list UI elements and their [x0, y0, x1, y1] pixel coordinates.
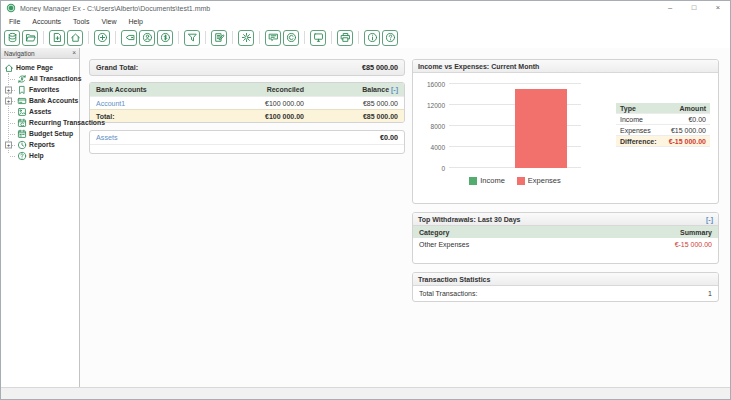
top-withdrawals-panel: Top Withdrawals: Last 30 Days [-] Catego… [412, 212, 719, 264]
top-withdrawals-padding [413, 250, 718, 263]
sidebar-item-help[interactable]: Help [3, 150, 79, 161]
col-balance: Balance [-] [304, 86, 398, 93]
categories-icon[interactable] [121, 30, 137, 46]
about-icon[interactable] [364, 30, 380, 46]
filter-icon[interactable] [184, 30, 200, 46]
collapse-link[interactable]: [-] [706, 216, 713, 223]
legend-item-expenses: Expenses [517, 176, 561, 185]
new-transaction-icon[interactable] [94, 30, 110, 46]
title-bar: Money Manager Ex - C:\Users\Alberto\Docu… [1, 1, 730, 15]
toolbar-separator [115, 31, 116, 44]
transaction-statistics-header: Transaction Statistics [413, 273, 718, 286]
all-transactions-icon [16, 73, 27, 84]
grand-total-value: €85 000.00 [362, 63, 398, 72]
payees-icon[interactable] [139, 30, 155, 46]
transaction-statistics-panel: Transaction Statistics Total Transaction… [412, 272, 719, 302]
minimize-button[interactable]: – [658, 1, 682, 15]
new-database-icon[interactable] [4, 30, 20, 46]
col-bank-accounts: Bank Accounts [96, 86, 154, 93]
account-balance: €85 000.00 [304, 100, 398, 107]
news-icon[interactable] [265, 30, 281, 46]
window-body: Navigation × Home PageAll Transactions+F… [1, 48, 730, 387]
sidebar-item-recurring-transactions[interactable]: Recurring Transactions [3, 117, 79, 128]
y-tick-label: 0 [419, 165, 445, 172]
income-amount: €0.00 [688, 116, 706, 123]
income-label: Income [620, 116, 688, 123]
reports-icon[interactable] [310, 30, 326, 46]
bar-expenses [515, 89, 567, 168]
status-bar [1, 387, 730, 399]
chart-zone: 0400080001200016000 IncomeExpenses [419, 84, 581, 203]
transaction-statistics-title: Transaction Statistics [418, 276, 490, 283]
budget-setup-icon [16, 128, 27, 139]
currency-rates-icon[interactable] [283, 30, 299, 46]
assets-row: Assets €0.00 [90, 131, 404, 145]
expenses-row: Expenses €15 000.00 [616, 125, 710, 136]
new-file-icon[interactable] [49, 30, 65, 46]
toolbar-separator [43, 31, 44, 44]
nav-home-icon [3, 62, 14, 73]
y-tick-label: 16000 [419, 81, 445, 88]
menu-file[interactable]: File [3, 18, 26, 25]
menu-help[interactable]: Help [122, 18, 148, 25]
app-window: Money Manager Ex - C:\Users\Alberto\Docu… [0, 0, 731, 400]
bank-account-row: Account1 €100 000.00 €85 000.00 [90, 96, 404, 109]
menu-view[interactable]: View [95, 18, 122, 25]
toolbar [1, 27, 730, 48]
total-reconciled: €100 000.00 [154, 113, 304, 120]
assets-panel-padding [90, 145, 404, 153]
close-button[interactable]: × [706, 1, 730, 15]
window-title: Money Manager Ex - C:\Users\Alberto\Docu… [20, 5, 658, 12]
income-expense-table: Type Amount Income €0.00 Expenses €15 00… [616, 103, 710, 203]
menu-accounts[interactable]: Accounts [26, 18, 67, 25]
sidebar-item-all-transactions[interactable]: All Transactions [3, 73, 79, 84]
legend-label: Income [480, 176, 505, 185]
app-logo-icon [6, 3, 16, 13]
navigation-close-icon[interactable]: × [72, 50, 76, 57]
menu-bar: FileAccountsToolsViewHelp [1, 15, 730, 27]
print-icon[interactable] [337, 30, 353, 46]
help-icon[interactable] [382, 30, 398, 46]
assets-icon [16, 106, 27, 117]
collapse-link[interactable]: [-] [391, 86, 398, 93]
sidebar-item-assets[interactable]: Assets [3, 106, 79, 117]
sidebar-item-favorites[interactable]: +Favorites [3, 84, 79, 95]
top-withdrawals-header: Top Withdrawals: Last 30 Days [-] [413, 213, 718, 226]
withdrawal-summary: €-15 000.00 [675, 241, 712, 248]
options-icon[interactable] [238, 30, 254, 46]
chart-plot: 0400080001200016000 [449, 84, 581, 168]
income-vs-expenses-panel: Income vs Expenses: Current Month 040008… [412, 59, 719, 204]
expander-icon[interactable]: + [5, 86, 12, 93]
total-balance: €85 000.00 [304, 113, 398, 120]
account-link[interactable]: Account1 [96, 100, 154, 107]
home-page-icon[interactable] [67, 30, 83, 46]
menu-tools[interactable]: Tools [67, 18, 95, 25]
chart-legend: IncomeExpenses [449, 176, 581, 185]
open-database-icon[interactable] [22, 30, 38, 46]
sidebar-item-reports[interactable]: +Reports [3, 139, 79, 150]
toolbar-separator [304, 31, 305, 44]
right-column: Income vs Expenses: Current Month 040008… [412, 59, 719, 302]
sidebar-item-budget-setup[interactable]: Budget Setup [3, 128, 79, 139]
bank-accounts-header-row: Bank Accounts Reconciled Balance [-] [90, 83, 404, 96]
grm-icon[interactable] [211, 30, 227, 46]
assets-panel: Assets €0.00 [89, 130, 405, 154]
col-amount: Amount [680, 105, 706, 112]
sidebar-item-home-page[interactable]: Home Page [3, 62, 79, 73]
assets-link[interactable]: Assets [96, 133, 118, 142]
expander-icon[interactable]: + [5, 141, 12, 148]
left-column: Grand Total: €85 000.00 Bank Accounts Re… [89, 59, 405, 154]
nav-reports-icon [16, 139, 27, 150]
expenses-label: Expenses [620, 127, 671, 134]
grand-total-bar: Grand Total: €85 000.00 [89, 59, 405, 76]
maximize-button[interactable]: □ [682, 1, 706, 15]
home-page-content: Grand Total: €85 000.00 Bank Accounts Re… [80, 48, 730, 387]
expander-icon[interactable]: + [5, 97, 12, 104]
income-vs-expenses-body: 0400080001200016000 IncomeExpenses Type … [413, 73, 718, 203]
sidebar-item-bank-accounts[interactable]: +Bank Accounts [3, 95, 79, 106]
total-transactions-value: 1 [708, 290, 712, 297]
sidebar-item-label: Recurring Transactions [29, 119, 105, 126]
legend-swatch [517, 177, 525, 185]
currencies-icon[interactable] [157, 30, 173, 46]
toolbar-separator [331, 31, 332, 44]
